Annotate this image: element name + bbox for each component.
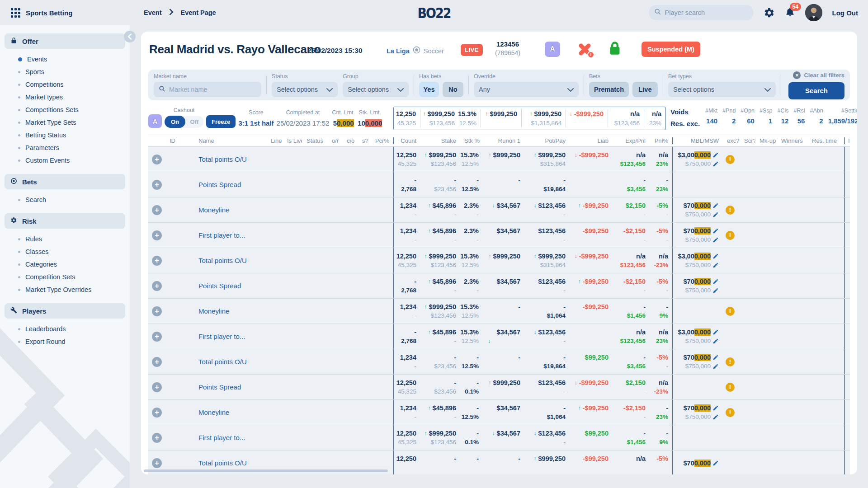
warning-icon[interactable]: ! (726, 155, 735, 164)
edit-icon[interactable] (712, 460, 719, 466)
sidebar-item-parameters[interactable]: Parameters (5, 141, 125, 154)
sidebar-item-search[interactable]: Search (5, 193, 125, 206)
sidebar-item-custom-events[interactable]: Custom Events (5, 154, 125, 167)
edit-icon[interactable] (712, 338, 719, 344)
edit-icon[interactable] (712, 202, 719, 209)
cashout-toggle[interactable]: On Off (165, 116, 203, 128)
edit-icon[interactable] (712, 228, 719, 234)
market-name-link[interactable]: Points Spread (198, 181, 263, 188)
sidebar-item-market-type-overrides[interactable]: Market Type Overrides (5, 283, 125, 296)
expand-row-button[interactable]: + (152, 205, 162, 215)
market-name-field[interactable] (154, 82, 261, 97)
warning-icon[interactable]: ! (726, 307, 735, 316)
warning-icon[interactable]: ! (726, 408, 735, 417)
sidebar-section-players[interactable]: Players (5, 303, 125, 319)
expand-row-button[interactable]: + (152, 180, 162, 190)
autopilot-badge-small[interactable]: A (148, 114, 162, 128)
market-name-link[interactable]: Moneyline (198, 307, 263, 315)
status-select[interactable]: Select options (272, 82, 338, 97)
has-bets-no-button[interactable]: No (443, 82, 463, 97)
expand-row-button[interactable]: + (152, 433, 162, 443)
warning-icon[interactable]: ! (726, 383, 735, 392)
market-name-link[interactable]: Total points O/U (198, 155, 263, 163)
expand-row-button[interactable]: + (152, 155, 162, 164)
override-select[interactable]: Any (474, 82, 579, 97)
autopilot-badge[interactable]: A (545, 42, 560, 57)
sidebar-section-offer[interactable]: Offer (5, 33, 125, 49)
market-name-input[interactable] (169, 86, 250, 93)
bets-live-button[interactable]: Live (632, 82, 658, 97)
sidebar-item-sports[interactable]: Sports (5, 66, 125, 78)
arrow-down-icon: ↓ (570, 111, 572, 117)
player-search-input[interactable] (665, 9, 742, 16)
bell-icon[interactable]: 54 (785, 6, 795, 19)
lock-icon[interactable] (608, 41, 622, 58)
player-search[interactable] (649, 5, 754, 20)
sidebar-item-market-type-sets[interactable]: Market Type Sets (5, 116, 125, 129)
expand-row-button[interactable]: + (152, 332, 162, 342)
expand-row-button[interactable]: + (152, 357, 162, 367)
sidebar-section-bets[interactable]: Bets (5, 174, 125, 189)
edit-icon[interactable] (712, 287, 719, 294)
horizontal-scrollbar[interactable] (144, 469, 388, 472)
expand-row-button[interactable]: + (152, 256, 162, 266)
sidebar-item-categories[interactable]: Categories (5, 258, 125, 271)
sidebar-item-events[interactable]: Events (5, 53, 125, 66)
bet-types-select[interactable]: Select options (668, 82, 776, 97)
sidebar-item-competitions-sets[interactable]: Competitions Sets (5, 103, 125, 116)
market-name-link[interactable]: Moneyline (198, 206, 263, 214)
logout-button[interactable]: Log Out (832, 9, 858, 17)
sidebar-item-betting-status[interactable]: Betting Status (5, 129, 125, 141)
avatar[interactable] (805, 4, 822, 21)
group-select[interactable]: Select options (343, 82, 409, 97)
expand-row-button[interactable]: + (152, 281, 162, 291)
sidebar-item-competitions[interactable]: Competitions (5, 78, 125, 91)
bets-prematch-button[interactable]: Prematch (589, 82, 629, 97)
market-name-link[interactable]: Total points O/U (198, 257, 263, 264)
market-name-link[interactable]: First player to... (198, 231, 263, 239)
edit-icon[interactable] (712, 354, 719, 361)
expand-row-button[interactable]: + (152, 408, 162, 418)
warning-icon[interactable]: ! (726, 231, 735, 240)
market-name-link[interactable]: Total points O/U (198, 459, 263, 467)
sidebar-item-competition-sets[interactable]: Competition Sets (5, 271, 125, 283)
edit-icon[interactable] (712, 363, 719, 370)
expand-row-button[interactable]: + (152, 382, 162, 392)
sidebar-section-risk[interactable]: Risk (5, 213, 125, 229)
edit-icon[interactable] (712, 161, 719, 167)
market-name-link[interactable]: First player to... (198, 333, 263, 340)
edit-icon[interactable] (712, 237, 719, 243)
expand-row-button[interactable]: + (152, 458, 162, 468)
warning-icon[interactable]: ! (726, 206, 735, 215)
gear-icon[interactable] (764, 7, 775, 19)
sidebar-item-leaderboards[interactable]: Leaderboards (5, 323, 125, 335)
value-cell: ↑-$99,250 (570, 197, 613, 222)
edit-icon[interactable] (712, 414, 719, 420)
sidebar-collapse-button[interactable] (124, 31, 136, 42)
freeze-button[interactable]: Freeze (206, 115, 236, 128)
market-name-link[interactable]: Points Spread (198, 282, 263, 290)
edit-icon[interactable] (712, 211, 719, 218)
sidebar-item-market-types[interactable]: Market types (5, 91, 125, 103)
expand-row-button[interactable]: + (152, 230, 162, 240)
warning-icon[interactable]: ! (726, 357, 735, 366)
sidebar-item-rules[interactable]: Rules (5, 233, 125, 245)
sidebar-item-export-round[interactable]: Export Round (5, 335, 125, 348)
sidebar-item-classes[interactable]: Classes (5, 245, 125, 258)
edit-icon[interactable] (712, 262, 719, 268)
edit-icon[interactable] (712, 329, 719, 335)
clear-all-filters-button[interactable]: ✕ Clear all filters (793, 71, 844, 79)
edit-icon[interactable] (712, 278, 719, 285)
edit-icon[interactable] (712, 253, 719, 259)
search-button[interactable]: Search (788, 82, 844, 99)
cancel-bets-icon[interactable]: ! (577, 42, 593, 57)
market-name-link[interactable]: Points Spread (198, 383, 263, 391)
league-link[interactable]: La Liga (387, 47, 410, 55)
market-name-link[interactable]: First player to... (198, 434, 263, 441)
market-name-link[interactable]: Moneyline (198, 408, 263, 416)
expand-row-button[interactable]: + (152, 306, 162, 316)
edit-icon[interactable] (712, 405, 719, 411)
market-name-link[interactable]: Total points O/U (198, 358, 263, 366)
edit-icon[interactable] (712, 152, 719, 158)
has-bets-yes-button[interactable]: Yes (419, 82, 439, 97)
